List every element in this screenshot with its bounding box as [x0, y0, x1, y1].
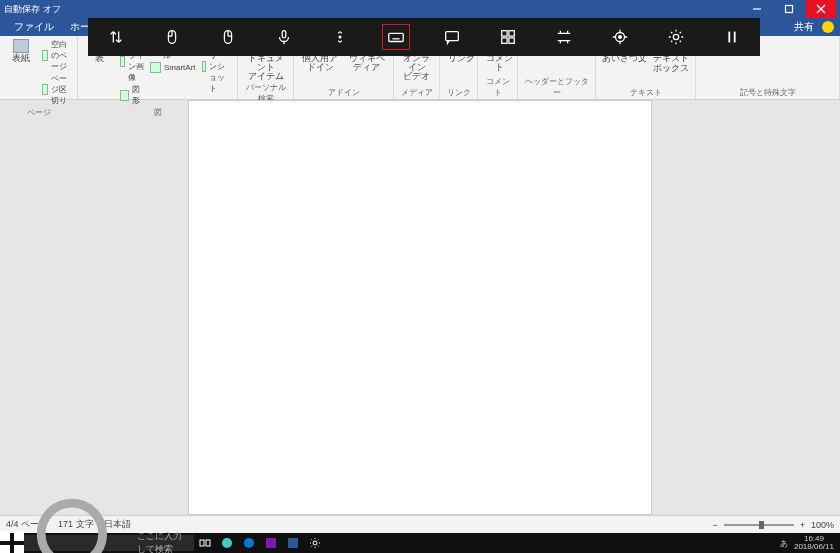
blank-page-button[interactable]: 空白のページ [42, 39, 71, 72]
group-pages-label: ページ [6, 106, 71, 118]
search-placeholder: ここに入力して検索 [137, 530, 190, 553]
taskbar-edge-icon[interactable] [238, 533, 260, 553]
svg-rect-17 [502, 38, 507, 43]
close-button[interactable] [806, 0, 836, 18]
group-comments-label: コメント [484, 75, 511, 98]
toolbar-keyboard-icon[interactable] [368, 18, 424, 56]
toolbar-mouse-right-icon[interactable] [200, 18, 256, 56]
group-links-label: リンク [446, 86, 471, 98]
taskbar-word-icon[interactable] [282, 533, 304, 553]
svg-point-36 [313, 541, 317, 545]
svg-rect-18 [509, 38, 514, 43]
group-addins-label: アドイン [300, 86, 387, 98]
svg-point-21 [673, 34, 678, 39]
toolbar-updown-icon[interactable] [88, 18, 144, 56]
toolbar-crop-icon[interactable] [536, 18, 592, 56]
zoom-slider[interactable] [724, 524, 794, 526]
tray-ime-icon[interactable]: あ [780, 538, 788, 549]
group-media-label: メディア [400, 86, 433, 98]
document-workspace [0, 100, 840, 515]
svg-rect-24 [0, 531, 10, 541]
svg-point-7 [339, 36, 341, 38]
svg-rect-15 [502, 31, 507, 36]
taskbar-app-1[interactable] [216, 533, 238, 553]
svg-rect-16 [509, 31, 514, 36]
feedback-smile-icon[interactable] [822, 21, 834, 33]
svg-point-32 [222, 538, 232, 548]
maximize-button[interactable] [774, 0, 804, 18]
taskbar-search[interactable]: ここに入力して検索 [24, 535, 194, 551]
group-symbols-label: 記号と特殊文字 [702, 86, 833, 98]
word-titlebar: 自動保存 オフ [0, 0, 840, 18]
zoom-level[interactable]: 100% [811, 520, 834, 530]
svg-rect-30 [200, 540, 204, 546]
svg-rect-8 [389, 33, 403, 41]
svg-rect-34 [266, 538, 276, 548]
remote-control-toolbar [88, 18, 760, 56]
toolbar-mouse-left-icon[interactable] [144, 18, 200, 56]
taskbar-onenote-icon[interactable] [260, 533, 282, 553]
tab-file[interactable]: ファイル [6, 18, 62, 36]
zoom-in-button[interactable]: + [800, 520, 805, 530]
svg-rect-6 [282, 31, 286, 38]
toolbar-windows-icon[interactable] [480, 18, 536, 56]
tray-clock[interactable]: 16:49 2018/06/11 [794, 535, 834, 551]
smartart-button[interactable]: SmartArt [150, 62, 196, 73]
svg-rect-31 [206, 540, 210, 546]
cover-page-button[interactable]: 表紙 [6, 39, 36, 63]
toolbar-chat-icon[interactable] [424, 18, 480, 56]
document-page[interactable] [188, 100, 652, 515]
search-icon [28, 490, 133, 553]
task-view-icon[interactable] [194, 533, 216, 553]
group-headerfooter-label: ヘッダーとフッター [524, 75, 589, 98]
svg-rect-14 [446, 32, 459, 41]
svg-point-20 [619, 36, 622, 39]
page-break-button[interactable]: ページ区切り [42, 73, 71, 106]
zoom-out-button[interactable]: − [712, 520, 717, 530]
minimize-button[interactable] [742, 0, 772, 18]
toolbar-mic-icon[interactable] [256, 18, 312, 56]
toolbar-pause-icon[interactable] [704, 18, 760, 56]
autosave-toggle[interactable]: 自動保存 オフ [4, 3, 61, 16]
shapes-button[interactable]: 図形 [120, 84, 144, 106]
svg-rect-27 [14, 545, 24, 553]
toolbar-settings-icon[interactable] [648, 18, 704, 56]
svg-point-28 [41, 504, 102, 553]
group-text-label: テキスト [602, 86, 689, 98]
system-tray[interactable]: あ 16:49 2018/06/11 [780, 535, 840, 551]
svg-rect-25 [14, 531, 24, 541]
svg-rect-35 [288, 538, 298, 548]
svg-rect-26 [0, 545, 10, 553]
tab-share[interactable]: 共有 [794, 20, 814, 34]
toolbar-target-icon[interactable] [592, 18, 648, 56]
taskbar-settings-icon[interactable] [304, 533, 326, 553]
svg-point-33 [244, 538, 254, 548]
windows-taskbar: ここに入力して検索 あ 16:49 2018/06/11 [0, 533, 840, 553]
svg-rect-1 [786, 6, 793, 13]
autosave-label: 自動保存 [4, 3, 40, 16]
start-button[interactable] [0, 531, 24, 553]
toolbar-scroll-icon[interactable] [312, 18, 368, 56]
autosave-state: オフ [43, 3, 61, 16]
